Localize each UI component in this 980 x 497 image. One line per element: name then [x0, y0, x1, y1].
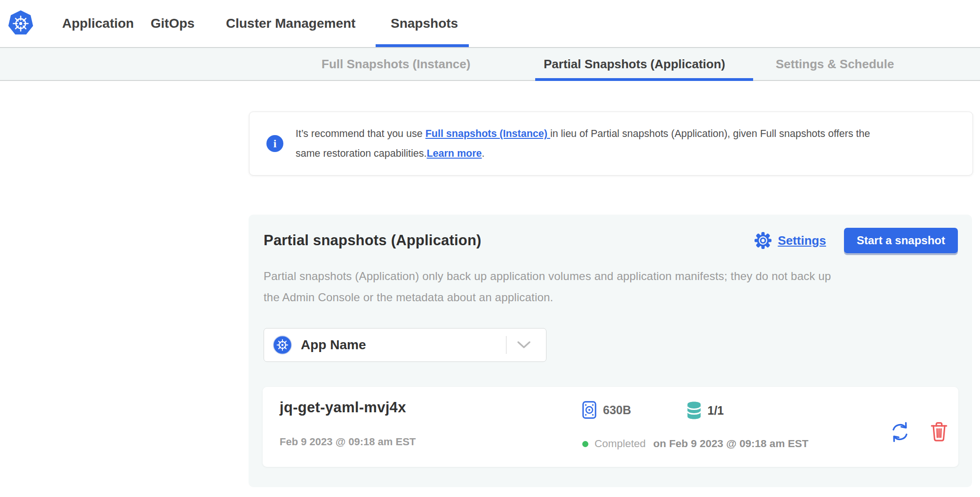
partial-snapshots-panel: Partial snapshots (Application) S — [249, 215, 972, 487]
snapshot-created-date: Feb 9 2023 @ 09:18 am EST — [280, 436, 416, 448]
restore-snapshot-button[interactable] — [890, 422, 910, 444]
banner-text-4: . — [482, 148, 485, 159]
restore-icon — [890, 422, 910, 442]
gear-icon — [754, 231, 772, 250]
nav-item-application[interactable]: Application — [62, 0, 134, 47]
chevron-down-icon[interactable] — [517, 341, 531, 349]
full-snapshots-instance-link[interactable]: Full snapshots (Instance) — [426, 128, 550, 139]
kubernetes-app-icon — [273, 335, 292, 355]
banner-text-2: in lieu of Partial snapshots (Applicatio… — [550, 128, 870, 139]
database-icon — [686, 401, 702, 420]
info-banner-text: It’s recommend that you use Full snapsho… — [296, 124, 870, 163]
start-snapshot-button[interactable]: Start a snapshot — [844, 228, 958, 253]
status-detail: on Feb 9 2023 @ 09:18 am EST — [653, 438, 809, 450]
active-tab-underline — [535, 78, 753, 81]
snapshot-row: jq-get-yaml-mvj4x Feb 9 2023 @ 09:18 am … — [263, 387, 958, 467]
panel-description: Partial snapshots (Application) only bac… — [264, 265, 959, 308]
snapshot-status: Completed on Feb 9 2023 @ 09:18 am EST — [582, 438, 808, 450]
banner-text-3: same restoration capabilities. — [296, 148, 426, 159]
info-banner: i It’s recommend that you use Full snaps… — [249, 112, 973, 176]
snapshot-size: 630B — [582, 401, 631, 419]
banner-text-1: It’s recommend that you use — [296, 128, 426, 139]
delete-snapshot-button[interactable] — [930, 422, 948, 443]
snapshot-name: jq-get-yaml-mvj4x — [280, 399, 406, 416]
settings-link-label: Settings — [778, 233, 826, 248]
snapshot-volumes: 1/1 — [686, 401, 724, 420]
nav-item-cluster-management[interactable]: Cluster Management — [226, 0, 355, 47]
panel-header: Partial snapshots (Application) S — [264, 224, 958, 257]
kubernetes-logo-icon — [8, 9, 34, 37]
snapshot-size-value: 630B — [603, 403, 631, 417]
learn-more-link[interactable]: Learn more — [426, 148, 482, 159]
snapshots-sub-navigation: Full Snapshots (Instance) Partial Snapsh… — [0, 47, 980, 81]
top-navigation-bar: Application GitOps Cluster Management Sn… — [0, 0, 980, 47]
app-name-value: App Name — [301, 337, 366, 353]
tab-settings-schedule[interactable]: Settings & Schedule — [776, 48, 894, 80]
tab-partial-snapshots-application[interactable]: Partial Snapshots (Application) — [544, 48, 725, 80]
snapshot-volumes-value: 1/1 — [707, 404, 724, 417]
tab-full-snapshots-instance[interactable]: Full Snapshots (Instance) — [321, 48, 470, 80]
panel-title: Partial snapshots (Application) — [264, 232, 482, 249]
nav-item-gitops[interactable]: GitOps — [151, 0, 194, 47]
nav-item-snapshots[interactable]: Snapshots — [391, 0, 458, 47]
info-icon: i — [266, 135, 283, 152]
disk-icon — [582, 401, 596, 419]
trash-icon — [930, 422, 948, 441]
snapshot-settings-link[interactable]: Settings — [754, 231, 826, 250]
status-label: Completed — [594, 438, 646, 450]
green-status-dot — [582, 441, 588, 447]
selector-divider — [506, 336, 506, 354]
app-name-selector[interactable]: App Name — [264, 328, 546, 362]
